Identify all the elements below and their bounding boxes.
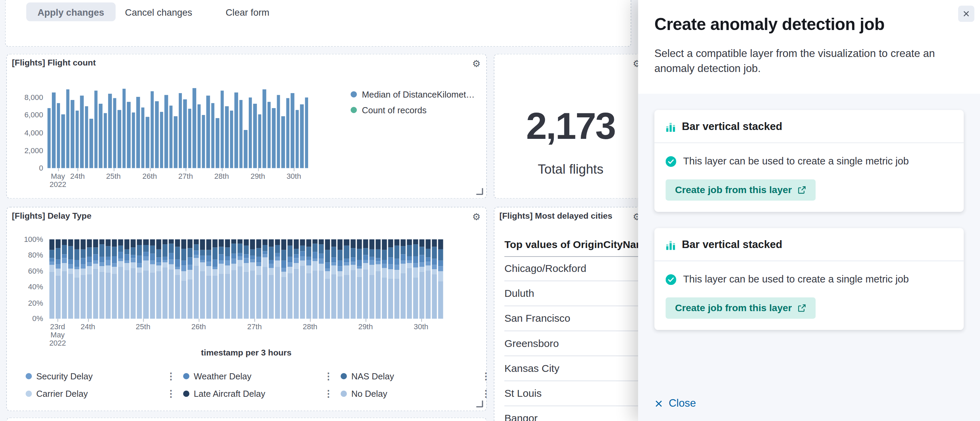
stacked-bar <box>112 240 117 319</box>
x-axis-tick <box>150 168 151 171</box>
table-row[interactable]: Duluth <box>504 281 647 306</box>
histogram-bar <box>305 98 308 168</box>
stacked-bar <box>388 240 393 319</box>
stacked-bar <box>231 240 237 319</box>
stacked-bar <box>325 240 330 319</box>
legend-color-dot <box>25 391 32 397</box>
panel-below-sliver <box>6 418 487 421</box>
flyout-title: Create anomaly detection job <box>654 15 885 35</box>
histogram <box>48 87 308 168</box>
create-job-button[interactable]: Create job from this layer <box>666 297 816 319</box>
histogram-bar <box>48 108 51 168</box>
histogram-bar <box>249 98 252 168</box>
histogram-bar <box>263 89 266 168</box>
table-row[interactable]: Chicago/Rockford <box>504 256 647 281</box>
stacked-bar <box>300 240 305 319</box>
panel-resize-handle[interactable] <box>476 400 483 407</box>
y-axis-label: 0% <box>7 314 43 323</box>
stacked-bar <box>225 240 230 319</box>
stacked-bar <box>75 240 80 319</box>
legend-item-count-of-records[interactable]: Count of records <box>351 105 475 115</box>
table-row[interactable]: San Francisco <box>504 306 647 331</box>
legend-options-icon[interactable]: ⋮ <box>481 370 490 382</box>
histogram-bar <box>225 106 229 168</box>
stacked-bar <box>269 240 274 319</box>
cancel-changes-button[interactable]: Cancel changes <box>125 2 192 21</box>
panel-settings-gear-icon[interactable]: ⚙ <box>472 211 481 222</box>
layer-card-header: Bar vertical stacked <box>654 228 964 261</box>
stacked-bar <box>156 239 161 319</box>
histogram-bar <box>108 94 111 168</box>
stacked-bar <box>262 240 267 319</box>
y-axis-label: 6,000 <box>7 111 43 120</box>
create-job-button[interactable]: Create job from this layer <box>666 180 816 200</box>
stacked-bar <box>206 240 211 319</box>
histogram-bar <box>94 91 98 168</box>
legend-item[interactable]: No Delay⋮ <box>340 388 498 400</box>
close-x-icon <box>654 399 663 408</box>
stacked-bar <box>81 240 86 319</box>
histogram-bar <box>291 93 294 168</box>
stacked-bar <box>56 239 61 319</box>
table-row[interactable]: Greensboro <box>504 331 647 356</box>
histogram-bar <box>118 110 121 168</box>
histogram-bar <box>239 100 243 168</box>
panel-title[interactable]: [Flights] Delay Type <box>12 211 91 221</box>
legend-item[interactable]: Carrier Delay⋮ <box>25 388 183 400</box>
chart-legend: Median of DistanceKilomet… Count of reco… <box>351 89 475 115</box>
legend-item[interactable]: Security Delay⋮ <box>25 370 183 383</box>
table-row[interactable]: St Louis <box>504 381 647 406</box>
x-axis-label: 26th <box>142 173 157 181</box>
x-axis-tick <box>199 319 199 322</box>
panel-delay-type: [Flights] Delay Type ⚙ 0%20%40%60%80%100… <box>6 207 487 411</box>
panel-flight-count: [Flights] Flight count ⚙ 02,0004,0006,00… <box>6 54 487 199</box>
flyout-close-icon[interactable] <box>958 5 975 22</box>
legend-item-median-distance[interactable]: Median of DistanceKilomet… <box>351 89 475 99</box>
stacked-bar <box>162 240 167 319</box>
legend-color-dot <box>25 373 32 379</box>
histogram-bar <box>155 101 159 168</box>
legend-item[interactable]: Weather Delay⋮ <box>183 370 341 383</box>
legend-item[interactable]: Late Aircraft Delay⋮ <box>183 388 341 400</box>
legend-options-icon[interactable]: ⋮ <box>166 388 175 399</box>
legend-label: Count of records <box>362 105 427 115</box>
stacked-bar <box>369 240 374 319</box>
legend-item[interactable]: NAS Delay⋮ <box>340 370 498 383</box>
apply-changes-button[interactable]: Apply changes <box>26 2 115 21</box>
legend-options-icon[interactable]: ⋮ <box>481 388 490 399</box>
table-column-header[interactable]: Top values of OriginCityName <box>504 232 647 257</box>
stacked-bar <box>438 240 443 319</box>
clear-form-button[interactable]: Clear form <box>226 2 269 21</box>
legend-options-icon[interactable]: ⋮ <box>166 370 175 382</box>
layer-title: Bar vertical stacked <box>682 121 782 133</box>
stacked-bar-chart <box>49 240 443 319</box>
histogram-bar <box>160 111 163 168</box>
legend-options-icon[interactable]: ⋮ <box>324 388 333 399</box>
x-axis-label: 25th <box>106 173 121 181</box>
table-row[interactable]: Kansas City <box>504 356 647 381</box>
y-axis-label: 8,000 <box>7 93 43 102</box>
y-axis-label: 60% <box>7 267 43 276</box>
chart-legend: Security Delay⋮Weather Delay⋮NAS Delay⋮C… <box>25 370 498 400</box>
check-in-circle-icon <box>666 156 676 167</box>
histogram-bar <box>216 118 220 168</box>
compatibility-text: This layer can be used to create a singl… <box>683 273 909 285</box>
panel-settings-gear-icon[interactable]: ⚙ <box>472 58 481 69</box>
stacked-bar <box>169 240 174 319</box>
table-row[interactable]: Bangor <box>504 406 647 421</box>
panel-title[interactable]: [Flights] Most delayed cities <box>499 211 612 221</box>
stacked-bar <box>62 240 67 319</box>
histogram-bar <box>192 88 196 168</box>
x-axis-label: 30th <box>414 323 429 331</box>
histogram-bar <box>52 92 56 168</box>
flyout-close-button[interactable]: Close <box>654 397 696 410</box>
panel-resize-handle[interactable] <box>476 188 483 195</box>
legend-label: NAS Delay <box>351 371 394 381</box>
histogram-bar <box>183 99 187 168</box>
panel-title[interactable]: [Flights] Flight count <box>12 58 96 67</box>
flyout-description: Select a compatible layer from the visua… <box>654 46 967 76</box>
histogram-bar <box>151 91 154 168</box>
histogram-bar <box>197 105 200 168</box>
layer-title: Bar vertical stacked <box>682 239 782 251</box>
legend-options-icon[interactable]: ⋮ <box>324 370 333 382</box>
